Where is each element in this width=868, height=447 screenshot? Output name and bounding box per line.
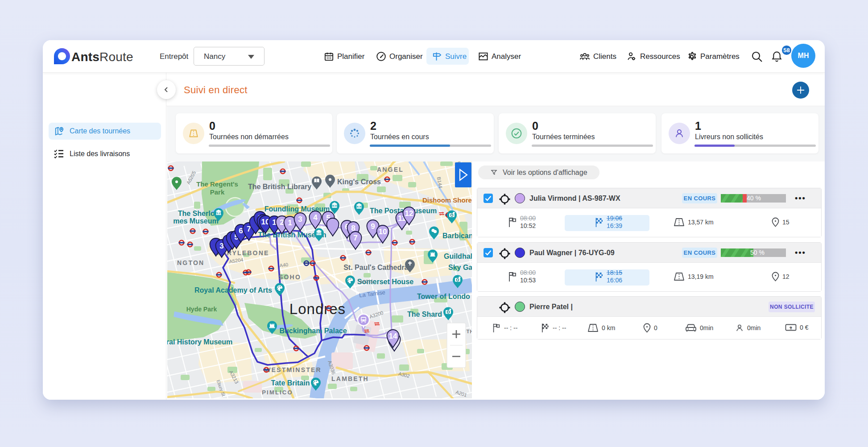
- svg-text:ral History Museum: ral History Museum: [167, 338, 232, 346]
- svg-text:St. Paul's Cathedral: St. Paul's Cathedral: [343, 264, 410, 271]
- svg-text:ANGEL: ANGEL: [377, 166, 404, 173]
- svg-text:Barbican Ce: Barbican Ce: [442, 232, 472, 240]
- svg-text:M: M: [333, 204, 336, 207]
- svg-text:King's Cross: King's Cross: [337, 178, 381, 186]
- svg-text:Londres: Londres: [289, 301, 346, 317]
- svg-text:The British Library: The British Library: [248, 183, 311, 190]
- svg-text:PIMLICO: PIMLICO: [262, 389, 293, 396]
- svg-text:Buckingham Palace: Buckingham Palace: [279, 327, 347, 335]
- svg-text:The Regent's: The Regent's: [196, 180, 238, 188]
- svg-text:1: 1: [789, 326, 792, 330]
- svg-text:14: 14: [389, 332, 397, 340]
- svg-text:Tate Britain: Tate Britain: [271, 379, 310, 387]
- svg-text:SOHO: SOHO: [279, 273, 301, 281]
- svg-text:4: 4: [313, 213, 318, 222]
- svg-text:Tower of Londo: Tower of Londo: [417, 293, 470, 300]
- svg-text:6: 6: [239, 227, 243, 235]
- svg-text:3: 3: [298, 215, 302, 224]
- svg-text:12: 12: [405, 209, 413, 218]
- svg-text:LAMBETH: LAMBETH: [331, 375, 369, 382]
- svg-text:10: 10: [379, 228, 387, 236]
- svg-text:Hyde Park: Hyde Park: [186, 306, 217, 313]
- svg-text:Sky Gar: Sky Gar: [448, 264, 472, 271]
- svg-text:Guildhall: Guildhall: [444, 252, 472, 260]
- svg-text:Dishoom Shore: Dishoom Shore: [422, 196, 472, 204]
- svg-text:2: 2: [280, 218, 284, 227]
- svg-text:mes Museum: mes Museum: [173, 217, 218, 225]
- svg-text:8: 8: [351, 224, 355, 232]
- svg-text:Park: Park: [210, 188, 225, 196]
- svg-text:A3211: A3211: [360, 278, 374, 285]
- svg-text:Royal Academy of Arts: Royal Academy of Arts: [194, 286, 272, 294]
- svg-text:M: M: [358, 205, 360, 208]
- svg-text:7: 7: [353, 234, 357, 242]
- svg-text:Foundling Museum: Foundling Museum: [265, 205, 330, 213]
- svg-text:NGTON: NGTON: [177, 259, 204, 266]
- svg-text:M: M: [318, 231, 320, 234]
- svg-text:M: M: [217, 211, 220, 214]
- svg-text:1: 1: [288, 219, 292, 227]
- svg-text:9: 9: [371, 222, 375, 231]
- svg-text:The Shard: The Shard: [407, 310, 442, 318]
- svg-text:WESTMINSTER: WESTMINSTER: [265, 366, 322, 373]
